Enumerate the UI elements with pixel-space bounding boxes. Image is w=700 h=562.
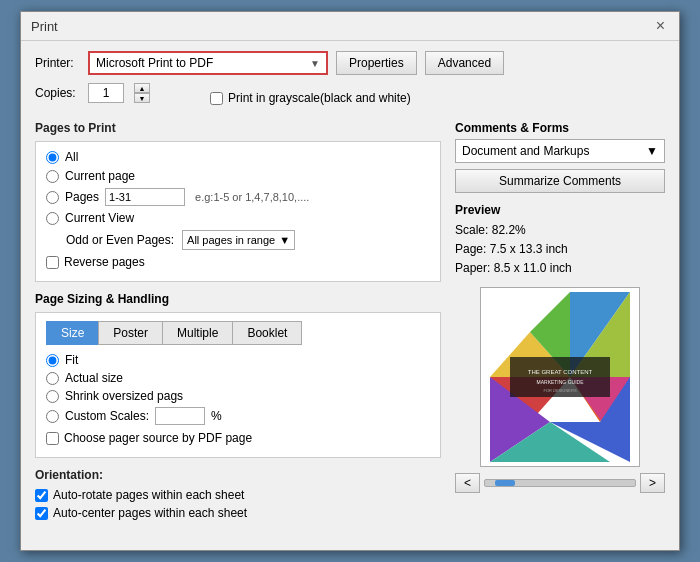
preview-svg: THE GREAT CONTENT MARKETING GUIDE FOR DE… — [490, 292, 630, 462]
nav-thumb — [495, 480, 515, 486]
orientation-section: Orientation: Auto-rotate pages within ea… — [35, 468, 441, 520]
comments-value: Document and Markups — [462, 144, 589, 158]
autorotate-label: Auto-rotate pages within each sheet — [53, 488, 244, 502]
radio-current[interactable] — [46, 170, 59, 183]
tab-booklet[interactable]: Booklet — [232, 321, 302, 345]
radio-row-shrink: Shrink oversized pags — [46, 389, 430, 403]
copies-label: Copies: — [35, 86, 80, 100]
radio-row-pages: Pages e.g:1-5 or 1,4,7,8,10,.... — [46, 188, 430, 206]
orientation-title: Orientation: — [35, 468, 441, 482]
left-column: Pages to Print All Current page — [35, 121, 441, 524]
preview-scale-row: Scale: 82.2% — [455, 221, 665, 240]
page-sizing-title: Page Sizing & Handling — [35, 292, 441, 306]
comments-arrow: ▼ — [646, 144, 658, 158]
nav-track[interactable] — [484, 479, 636, 487]
radio-custom[interactable] — [46, 410, 59, 423]
prev-page-button[interactable]: < — [455, 473, 480, 493]
odd-even-label: Odd or Even Pages: — [66, 233, 174, 247]
pages-input[interactable] — [105, 188, 185, 206]
summarize-button[interactable]: Summarize Comments — [455, 169, 665, 193]
choose-pager-checkbox[interactable] — [46, 432, 59, 445]
printer-select[interactable]: Microsoft Print to PDF ▼ — [88, 51, 328, 75]
radio-row-current-view: Current View — [46, 211, 430, 225]
page-sizing-box: Size Poster Multiple Booklet Fit Actual … — [35, 312, 441, 458]
radio-all[interactable] — [46, 151, 59, 164]
radio-row-actual: Actual size — [46, 371, 430, 385]
radio-current-label: Current page — [65, 169, 135, 183]
radio-fit-label: Fit — [65, 353, 78, 367]
comments-forms-title: Comments & Forms — [455, 121, 665, 135]
reverse-pages-label: Reverse pages — [64, 255, 145, 269]
dialog-body: Printer: Microsoft Print to PDF ▼ Proper… — [21, 41, 679, 534]
autocenter-label: Auto-center pages within each sheet — [53, 506, 247, 520]
scales-suffix: % — [211, 409, 222, 423]
scale-value: 82.2% — [492, 223, 526, 237]
next-page-button[interactable]: > — [640, 473, 665, 493]
scale-label: Scale: — [455, 223, 488, 237]
radio-row-current: Current page — [46, 169, 430, 183]
main-columns: Pages to Print All Current page — [35, 121, 665, 524]
grayscale-checkbox[interactable] — [210, 92, 223, 105]
paper-label: Paper: — [455, 261, 490, 275]
radio-current-view[interactable] — [46, 212, 59, 225]
radio-row-fit: Fit — [46, 353, 430, 367]
odd-even-arrow: ▼ — [279, 234, 290, 246]
advanced-button[interactable]: Advanced — [425, 51, 504, 75]
radio-pages[interactable] — [46, 191, 59, 204]
copies-row: Copies: ▲ ▼ — [35, 83, 150, 103]
page-label: Page: — [455, 242, 486, 256]
reverse-pages-checkbox[interactable] — [46, 256, 59, 269]
printer-dropdown-arrow: ▼ — [310, 58, 320, 69]
tab-size[interactable]: Size — [46, 321, 99, 345]
grayscale-label: Print in grayscale(black and white) — [228, 91, 411, 105]
radio-actual[interactable] — [46, 372, 59, 385]
orientation-autocenter-row: Auto-center pages within each sheet — [35, 506, 441, 520]
autorotate-checkbox[interactable] — [35, 489, 48, 502]
copies-input[interactable] — [88, 83, 124, 103]
close-button[interactable]: × — [652, 18, 669, 34]
radio-actual-label: Actual size — [65, 371, 123, 385]
properties-button[interactable]: Properties — [336, 51, 417, 75]
comments-select[interactable]: Document and Markups ▼ — [455, 139, 665, 163]
dialog-title: Print — [31, 19, 58, 34]
paper-value: 8.5 x 11.0 inch — [494, 261, 572, 275]
orientation-autorotate-row: Auto-rotate pages within each sheet — [35, 488, 441, 502]
svg-text:FOR DESIGNERS: FOR DESIGNERS — [543, 388, 576, 393]
tab-buttons: Size Poster Multiple Booklet — [46, 321, 430, 345]
radio-custom-label: Custom Scales: — [65, 409, 149, 423]
preview-info: Scale: 82.2% Page: 7.5 x 13.3 inch Paper… — [455, 221, 665, 279]
reverse-pages-row: Reverse pages — [46, 255, 430, 269]
pages-hint: e.g:1-5 or 1,4,7,8,10,.... — [195, 191, 309, 203]
dialog-titlebar: Print × — [21, 12, 679, 41]
svg-text:MARKETING GUIDE: MARKETING GUIDE — [537, 379, 585, 385]
printer-row: Printer: Microsoft Print to PDF ▼ Proper… — [35, 51, 665, 75]
radio-shrink[interactable] — [46, 390, 59, 403]
pages-to-print-box: All Current page Pages e.g:1-5 or 1,4,7,… — [35, 141, 441, 282]
odd-even-select[interactable]: All pages in range ▼ — [182, 230, 295, 250]
svg-text:THE GREAT CONTENT: THE GREAT CONTENT — [528, 369, 593, 375]
copies-grayscale-row: Copies: ▲ ▼ Print in grayscale(black and… — [35, 83, 665, 113]
radio-fit[interactable] — [46, 354, 59, 367]
print-dialog: Print × Printer: Microsoft Print to PDF … — [20, 11, 680, 551]
scales-input[interactable] — [155, 407, 205, 425]
radio-row-custom: Custom Scales: % — [46, 407, 430, 425]
tab-multiple[interactable]: Multiple — [162, 321, 233, 345]
right-column: Comments & Forms Document and Markups ▼ … — [455, 121, 665, 524]
radio-pages-label: Pages — [65, 190, 99, 204]
preview-title: Preview — [455, 203, 665, 217]
choose-pager-row: Choose pager source by PDF page — [46, 431, 430, 445]
tab-poster[interactable]: Poster — [98, 321, 163, 345]
choose-pager-label: Choose pager source by PDF page — [64, 431, 252, 445]
radio-row-all: All — [46, 150, 430, 164]
preview-page-row: Page: 7.5 x 13.3 inch — [455, 240, 665, 259]
copies-spinner: ▲ ▼ — [134, 83, 150, 103]
preview-nav: < > — [455, 473, 665, 493]
page-value: 7.5 x 13.3 inch — [490, 242, 568, 256]
copies-down-button[interactable]: ▼ — [134, 93, 150, 103]
autocenter-checkbox[interactable] — [35, 507, 48, 520]
copies-up-button[interactable]: ▲ — [134, 83, 150, 93]
radio-current-view-label: Current View — [65, 211, 134, 225]
radio-shrink-label: Shrink oversized pags — [65, 389, 183, 403]
odd-even-value: All pages in range — [187, 234, 275, 246]
printer-label: Printer: — [35, 56, 80, 70]
